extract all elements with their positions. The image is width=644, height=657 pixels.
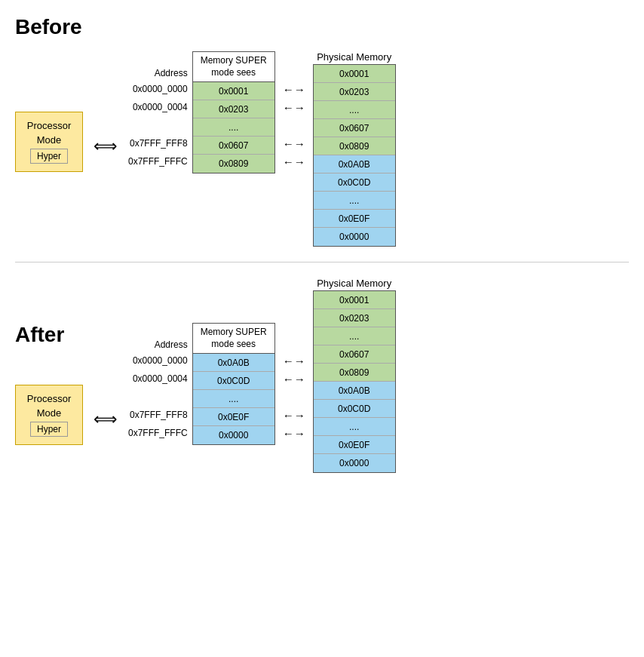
before-processor-box: Processor Mode Hyper bbox=[15, 112, 83, 172]
after-addr-list: Address 0x0000_0000 0x0000_0004 0x7FFF_F… bbox=[128, 323, 188, 442]
after-diagram-row: After Processor Mode Hyper ⟺ Address 0x0… bbox=[15, 278, 629, 473]
before-phys-8: 0x0E0F bbox=[314, 210, 395, 228]
before-diagram-row: Processor Mode Hyper ⟺ Address 0x0000_00… bbox=[15, 51, 629, 247]
before-section: Before Processor Mode Hyper ⟺ Address 0x… bbox=[15, 15, 629, 247]
before-phys-4: 0x0809 bbox=[314, 137, 395, 155]
after-mid-arrows: ←→ ←→ ←→ ←→ bbox=[275, 352, 313, 442]
before-phys-5: 0x0A0B bbox=[314, 155, 395, 173]
after-proc-arrow: ⟺ bbox=[83, 410, 128, 429]
before-phys-6: 0x0C0D bbox=[314, 173, 395, 192]
after-phys-header-space bbox=[15, 278, 128, 323]
after-arrow-4: ←→ bbox=[275, 424, 313, 442]
before-addr-2 bbox=[128, 116, 188, 134]
after-mem-col: Memory SUPERmode sees 0x0A0B 0x0C0D ....… bbox=[192, 323, 275, 445]
before-title: Before bbox=[15, 15, 629, 39]
after-processor-line2: Mode bbox=[37, 407, 62, 419]
before-hyper-label: Hyper bbox=[30, 149, 68, 164]
before-processor-line1: Processor bbox=[27, 120, 72, 131]
before-arrow-spacer bbox=[275, 116, 313, 134]
after-title: After bbox=[15, 323, 128, 347]
after-addr-2 bbox=[128, 388, 188, 406]
after-mem-header: Memory SUPERmode sees bbox=[193, 324, 274, 354]
before-arrow-0: ←→ bbox=[275, 80, 313, 98]
after-addr-0: 0x0000_0000 bbox=[128, 352, 188, 370]
before-mem-header: Memory SUPERmode sees bbox=[193, 52, 274, 82]
after-phys-header: Physical Memory bbox=[313, 278, 396, 289]
after-addr-header: Address bbox=[128, 323, 188, 352]
after-mem-0: 0x0A0B bbox=[193, 354, 274, 372]
before-addr-list: Address 0x0000_0000 0x0000_0004 0x7FFF_F… bbox=[128, 51, 188, 170]
after-addr-1: 0x0000_0004 bbox=[128, 370, 188, 388]
before-mem-1: 0x0203 bbox=[193, 100, 274, 118]
after-mem-2: .... bbox=[193, 390, 274, 408]
after-phys-9: 0x0000 bbox=[314, 454, 395, 472]
after-mem-1: 0x0C0D bbox=[193, 372, 274, 390]
after-phys-1: 0x0203 bbox=[314, 309, 395, 327]
after-phys-7: .... bbox=[314, 418, 395, 436]
after-phys-5: 0x0A0B bbox=[314, 382, 395, 400]
before-phys-2: .... bbox=[314, 101, 395, 119]
after-addr-3: 0x7FFF_FFF8 bbox=[128, 406, 188, 424]
before-addr-1: 0x0000_0004 bbox=[128, 98, 188, 116]
before-addr-mem: Address 0x0000_0000 0x0000_0004 0x7FFF_F… bbox=[128, 51, 275, 173]
after-phys-6: 0x0C0D bbox=[314, 400, 395, 418]
before-addr-header: Address bbox=[128, 51, 188, 80]
after-arrow-0: ←→ bbox=[275, 352, 313, 370]
before-mem-2: .... bbox=[193, 118, 274, 137]
before-phys-section: Physical Memory 0x0001 0x0203 .... 0x060… bbox=[313, 51, 396, 247]
after-left: After Processor Mode Hyper ⟺ bbox=[15, 278, 128, 445]
after-phys-section: Physical Memory 0x0001 0x0203 .... 0x060… bbox=[313, 278, 396, 473]
before-mem-4: 0x0809 bbox=[193, 155, 274, 173]
after-section: After Processor Mode Hyper ⟺ Address 0x0… bbox=[15, 278, 629, 473]
before-arrow-3: ←→ bbox=[275, 134, 313, 152]
section-separator bbox=[15, 262, 629, 262]
before-phys-0: 0x0001 bbox=[314, 65, 395, 83]
after-mem-4: 0x0000 bbox=[193, 426, 274, 444]
before-proc-arrow: ⟺ bbox=[83, 137, 128, 156]
after-arrow-1: ←→ bbox=[275, 370, 313, 388]
before-processor-line2: Mode bbox=[37, 134, 62, 146]
before-mem-col: Memory SUPERmode sees 0x0001 0x0203 ....… bbox=[192, 51, 275, 173]
before-arrow-4: ←→ bbox=[275, 152, 313, 170]
after-arrow-3: ←→ bbox=[275, 406, 313, 424]
after-proc-row: Processor Mode Hyper ⟺ bbox=[15, 355, 128, 445]
before-phys-9: 0x0000 bbox=[314, 228, 395, 246]
before-mid-arrows: ←→ ←→ ←→ ←→ bbox=[275, 80, 313, 170]
before-phys-3: 0x0607 bbox=[314, 119, 395, 137]
after-phys-col: 0x0001 0x0203 .... 0x0607 0x0809 0x0A0B … bbox=[313, 290, 396, 473]
after-phys-8: 0x0E0F bbox=[314, 436, 395, 454]
before-mem-0: 0x0001 bbox=[193, 82, 274, 100]
after-arrow-spacer bbox=[275, 388, 313, 406]
before-phys-header: Physical Memory bbox=[313, 51, 396, 63]
before-mem-3: 0x0607 bbox=[193, 137, 274, 155]
before-addr-4: 0x7FFF_FFFC bbox=[128, 152, 188, 170]
before-phys-col: 0x0001 0x0203 .... 0x0607 0x0809 0x0A0B … bbox=[313, 64, 396, 247]
after-processor-line1: Processor bbox=[27, 393, 72, 404]
after-phys-3: 0x0607 bbox=[314, 345, 395, 364]
after-phys-0: 0x0001 bbox=[314, 291, 395, 309]
after-hyper-label: Hyper bbox=[30, 422, 68, 437]
after-addr-4: 0x7FFF_FFFC bbox=[128, 424, 188, 442]
after-processor-box: Processor Mode Hyper bbox=[15, 385, 83, 445]
after-phys-2: .... bbox=[314, 327, 395, 345]
after-mem-3: 0x0E0F bbox=[193, 408, 274, 426]
before-addr-0: 0x0000_0000 bbox=[128, 80, 188, 98]
after-addr-mem: Address 0x0000_0000 0x0000_0004 0x7FFF_F… bbox=[128, 323, 275, 445]
before-phys-1: 0x0203 bbox=[314, 83, 395, 101]
before-arrow-1: ←→ bbox=[275, 98, 313, 116]
before-addr-3: 0x7FFF_FFF8 bbox=[128, 134, 188, 152]
after-phys-4: 0x0809 bbox=[314, 364, 395, 382]
before-phys-7: .... bbox=[314, 192, 395, 210]
